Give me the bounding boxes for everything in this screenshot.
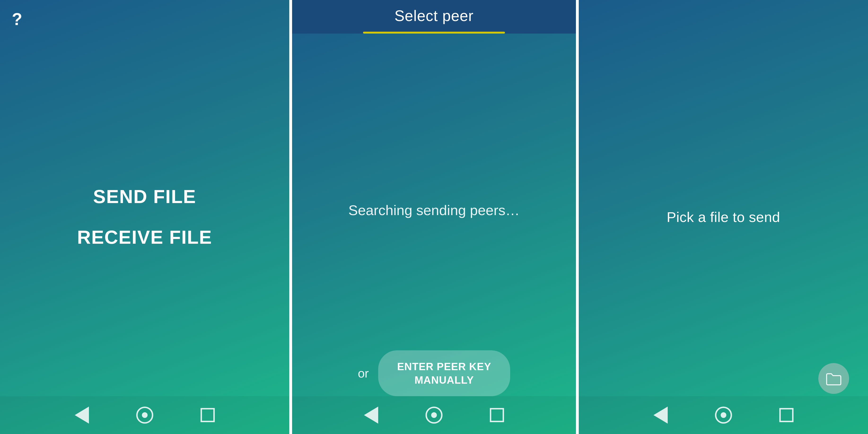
right-back-icon[interactable] xyxy=(653,407,668,424)
middle-recent-icon[interactable] xyxy=(490,408,504,422)
middle-bottom-nav xyxy=(292,396,576,434)
help-icon[interactable]: ? xyxy=(12,9,22,29)
left-divider xyxy=(289,0,292,434)
right-recent-icon[interactable] xyxy=(779,408,794,422)
pick-file-label: Pick a file to send xyxy=(667,209,780,225)
folder-icon xyxy=(826,371,842,386)
folder-button[interactable] xyxy=(818,363,849,394)
middle-header: Select peer xyxy=(292,0,576,34)
recent-icon[interactable] xyxy=(200,408,215,422)
main-buttons: SEND FILE RECEIVE FILE xyxy=(77,186,212,248)
middle-bottom-area: or ENTER PEER KEY MANUALLY xyxy=(292,350,576,396)
title-underline xyxy=(363,32,505,34)
home-icon[interactable] xyxy=(136,407,153,424)
select-peer-title: Select peer xyxy=(395,7,474,32)
right-home-icon[interactable] xyxy=(715,407,732,424)
enter-peer-key-button[interactable]: ENTER PEER KEY MANUALLY xyxy=(378,350,510,396)
middle-back-icon[interactable] xyxy=(364,407,378,424)
right-panel: Pick a file to send xyxy=(579,0,868,434)
right-divider xyxy=(576,0,579,434)
middle-home-icon[interactable] xyxy=(426,407,442,424)
receive-file-button[interactable]: RECEIVE FILE xyxy=(77,227,212,248)
send-file-button[interactable]: SEND FILE xyxy=(93,186,196,207)
left-panel: ? SEND FILE RECEIVE FILE xyxy=(0,0,289,434)
or-label: or xyxy=(358,366,369,380)
back-icon[interactable] xyxy=(75,407,89,424)
left-bottom-nav xyxy=(0,396,289,434)
middle-panel: Select peer Searching sending peers… or … xyxy=(292,0,576,434)
searching-text: Searching sending peers… xyxy=(348,202,520,219)
right-bottom-nav xyxy=(579,396,868,434)
